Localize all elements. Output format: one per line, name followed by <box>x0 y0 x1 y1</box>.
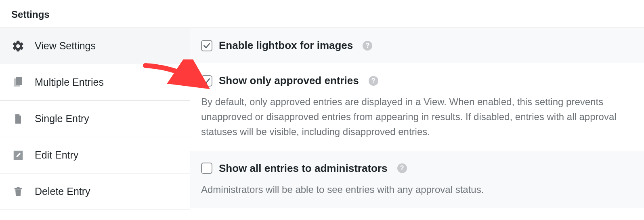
sidebar-item-multiple-entries[interactable]: Multiple Entries <box>0 64 190 101</box>
checkbox-enable-lightbox[interactable] <box>201 40 212 51</box>
edit-icon <box>11 148 25 162</box>
checkbox-show-only-approved[interactable] <box>201 75 212 87</box>
help-icon[interactable]: ? <box>369 76 378 86</box>
sidebar-item-view-settings[interactable]: View Settings <box>0 28 190 64</box>
settings-main: Enable lightbox for images ? Show only a… <box>190 28 644 210</box>
option-label: Show all entries to administrators <box>219 162 388 175</box>
help-icon[interactable]: ? <box>397 163 407 173</box>
page-icon <box>11 112 25 126</box>
option-description: By default, only approved entries are di… <box>201 94 632 140</box>
copies-icon <box>11 76 25 89</box>
sidebar-item-single-entry[interactable]: Single Entry <box>0 101 190 137</box>
help-icon[interactable]: ? <box>363 41 372 51</box>
sidebar-item-label: Single Entry <box>35 113 89 125</box>
sidebar-item-label: Delete Entry <box>35 186 90 197</box>
option-description: Administrators will be able to see entri… <box>201 182 632 197</box>
option-show-only-approved: Show only approved entries ? By default,… <box>190 63 644 151</box>
checkbox-show-all-admins[interactable] <box>201 163 212 174</box>
sidebar-item-edit-entry[interactable]: Edit Entry <box>0 137 190 173</box>
option-label: Enable lightbox for images <box>219 39 353 52</box>
settings-layout: View Settings Multiple Entries Single En… <box>0 28 644 210</box>
gear-icon <box>11 39 25 53</box>
option-label: Show only approved entries <box>219 74 359 87</box>
sidebar-item-delete-entry[interactable]: Delete Entry <box>0 173 190 210</box>
sidebar-item-label: Multiple Entries <box>35 76 104 88</box>
sidebar-item-label: Edit Entry <box>35 149 78 161</box>
option-show-all-admins: Show all entries to administrators ? Adm… <box>190 151 644 208</box>
settings-sidebar: View Settings Multiple Entries Single En… <box>0 28 190 210</box>
page-title: Settings <box>0 0 644 28</box>
trash-icon <box>11 185 25 199</box>
sidebar-item-label: View Settings <box>35 40 96 52</box>
option-enable-lightbox: Enable lightbox for images ? <box>190 28 644 63</box>
